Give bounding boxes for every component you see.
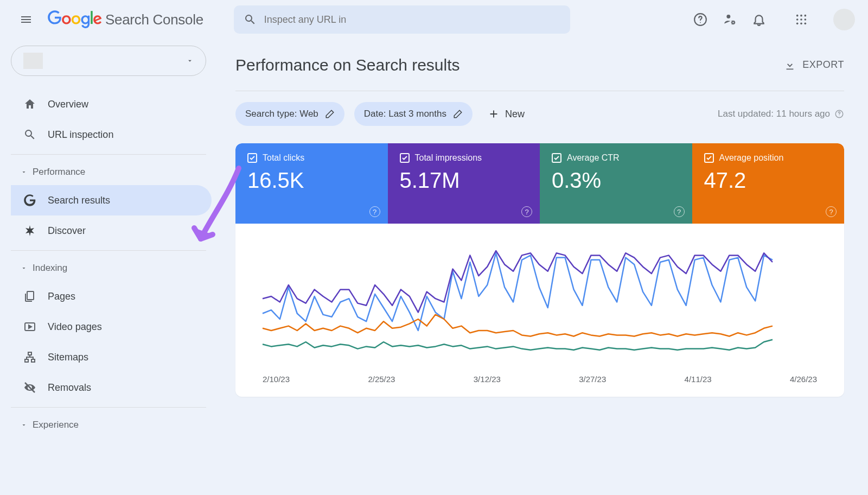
notifications-button[interactable] — [752, 12, 766, 27]
svg-point-9 — [805, 18, 807, 21]
google-logo-icon — [48, 10, 102, 29]
apps-button[interactable] — [794, 12, 808, 27]
chevron-down-icon — [21, 169, 27, 175]
x-axis-tick: 3/27/23 — [579, 375, 606, 384]
svg-point-7 — [796, 18, 799, 21]
x-axis-tick: 2/10/23 — [263, 375, 290, 384]
x-axis: 2/10/232/25/233/12/233/27/234/11/234/26/… — [257, 370, 822, 386]
checkbox-icon — [247, 153, 257, 163]
checkbox-icon — [400, 153, 410, 163]
svg-rect-17 — [31, 359, 35, 362]
new-label: New — [505, 109, 525, 120]
users-settings-button[interactable] — [723, 12, 737, 27]
nav-section-performance[interactable]: Performance — [11, 159, 212, 185]
svg-point-11 — [800, 23, 802, 25]
page-title: Performance on Search results — [235, 56, 460, 74]
help-icon — [834, 109, 844, 119]
chart-series-line — [263, 340, 773, 350]
x-axis-tick: 2/25/23 — [368, 375, 395, 384]
metric-clicks[interactable]: Total clicks 16.5K ? — [235, 143, 388, 224]
product-name: Search Console — [105, 11, 203, 28]
metric-value: 5.17M — [400, 168, 528, 193]
section-label: Performance — [33, 167, 85, 177]
nav-overview[interactable]: Overview — [11, 89, 212, 119]
metric-ctr[interactable]: Average CTR 0.3% ? — [540, 143, 692, 224]
bell-icon — [752, 12, 766, 27]
plus-icon — [488, 108, 500, 120]
home-icon — [23, 97, 37, 111]
chevron-down-icon — [21, 422, 27, 428]
nav-label: Sitemaps — [48, 352, 88, 363]
nav-sitemaps[interactable]: Sitemaps — [11, 342, 212, 372]
help-icon[interactable]: ? — [369, 206, 380, 217]
nav-label: Discover — [48, 225, 86, 237]
edit-icon — [325, 109, 335, 119]
svg-point-8 — [800, 18, 802, 21]
svg-point-3 — [732, 21, 734, 23]
nav-url-inspection[interactable]: URL inspection — [11, 119, 212, 150]
help-icon[interactable]: ? — [826, 206, 837, 217]
nav-pages[interactable]: Pages — [11, 281, 212, 312]
metric-value: 0.3% — [552, 168, 680, 193]
nav-label: Video pages — [48, 321, 102, 333]
filter-bar: Search type: Web Date: Last 3 months New… — [235, 91, 844, 137]
metric-label-text: Total clicks — [263, 153, 304, 163]
metric-impressions[interactable]: Total impressions 5.17M ? — [388, 143, 540, 224]
url-inspect-search[interactable] — [234, 5, 570, 34]
svg-point-4 — [796, 15, 799, 17]
last-updated-text: Last updated: 11 hours ago — [718, 109, 830, 119]
svg-rect-16 — [25, 359, 28, 362]
performance-chart — [257, 245, 778, 370]
asterisk-icon — [23, 224, 37, 238]
export-button[interactable]: EXPORT — [784, 59, 844, 71]
section-label: Experience — [33, 420, 79, 430]
filter-search-type[interactable]: Search type: Web — [235, 102, 344, 126]
filter-date[interactable]: Date: Last 3 months — [354, 102, 473, 126]
svg-point-12 — [805, 23, 807, 25]
metric-position[interactable]: Average position 47.2 ? — [692, 143, 845, 224]
svg-point-10 — [796, 23, 799, 25]
checkbox-icon — [704, 153, 714, 163]
chip-label: Date: Last 3 months — [364, 109, 446, 119]
nav-label: Removals — [48, 382, 91, 394]
search-icon — [23, 128, 37, 142]
nav-section-indexing[interactable]: Indexing — [11, 255, 212, 281]
app-header: Search Console — [0, 0, 868, 39]
add-filter-button[interactable]: New — [488, 108, 525, 120]
x-axis-tick: 4/11/23 — [685, 375, 712, 384]
apps-grid-icon — [795, 14, 807, 26]
chevron-down-icon — [21, 265, 27, 271]
help-icon[interactable]: ? — [674, 206, 685, 217]
performance-card: Total clicks 16.5K ? Total impressions 5… — [235, 143, 844, 397]
help-icon[interactable]: ? — [521, 206, 532, 217]
sidebar: Overview URL inspection Performance Sear… — [0, 39, 212, 495]
user-gear-icon — [723, 12, 737, 27]
google-g-icon — [23, 193, 37, 207]
nav-label: Overview — [48, 99, 88, 110]
metric-label-text: Average position — [719, 153, 784, 163]
nav-label: URL inspection — [48, 129, 113, 141]
property-thumbnail — [23, 53, 43, 69]
nav-label: Pages — [48, 291, 75, 302]
checkbox-icon — [552, 153, 561, 163]
svg-point-6 — [805, 15, 807, 17]
property-selector[interactable] — [11, 46, 206, 76]
svg-point-1 — [700, 22, 701, 23]
help-button[interactable] — [693, 12, 707, 27]
nav-section-experience[interactable]: Experience — [11, 412, 212, 438]
video-icon — [23, 320, 37, 334]
nav-removals[interactable]: Removals — [11, 372, 212, 403]
nav-video-pages[interactable]: Video pages — [11, 312, 212, 342]
x-axis-tick: 3/12/23 — [474, 375, 501, 384]
metric-label-text: Total impressions — [415, 153, 482, 163]
download-icon — [784, 59, 796, 71]
x-axis-tick: 4/26/23 — [790, 375, 817, 384]
product-logo[interactable]: Search Console — [48, 10, 203, 29]
nav-search-results[interactable]: Search results — [11, 185, 212, 215]
account-avatar[interactable] — [833, 9, 855, 30]
metric-tiles: Total clicks 16.5K ? Total impressions 5… — [235, 143, 844, 224]
nav-discover[interactable]: Discover — [11, 215, 212, 246]
hamburger-menu-button[interactable] — [13, 7, 39, 33]
search-input[interactable] — [264, 14, 560, 26]
chip-label: Search type: Web — [245, 109, 318, 119]
